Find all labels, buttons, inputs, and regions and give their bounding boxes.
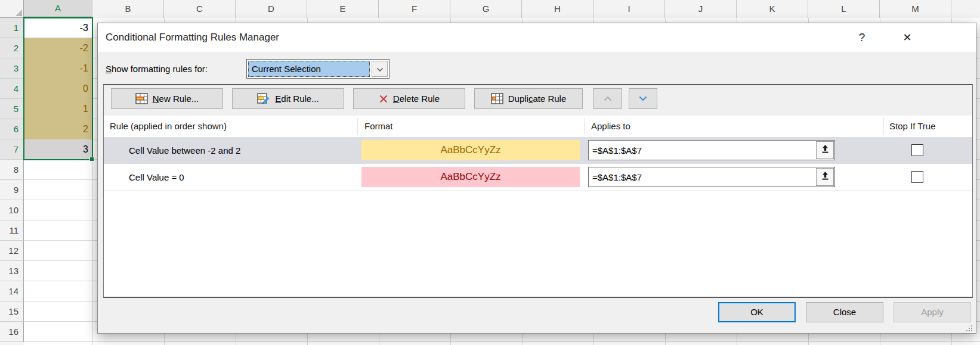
row-header-4[interactable]: 4 bbox=[0, 79, 24, 99]
show-rules-label-mnemonic: S bbox=[106, 64, 112, 74]
help-button[interactable]: ? bbox=[853, 29, 871, 46]
cell-A12[interactable] bbox=[24, 241, 92, 261]
column-header-C[interactable]: C bbox=[164, 0, 236, 18]
column-header-A[interactable]: A bbox=[24, 0, 92, 18]
rules-groupbox: New Rule... Edit Rule... bbox=[103, 84, 973, 298]
column-header-partial[interactable] bbox=[951, 0, 980, 18]
cell-A7[interactable]: 3 bbox=[24, 139, 92, 160]
row-header-6[interactable]: 6 bbox=[0, 119, 24, 139]
applies-to-field bbox=[588, 140, 835, 160]
header-divider bbox=[584, 118, 585, 135]
dialog-titlebar[interactable]: Conditional Formatting Rules Manager ? ✕ bbox=[98, 23, 976, 52]
rule-format-preview: AaBbCcYyZz bbox=[361, 167, 580, 187]
column-header-E[interactable]: E bbox=[307, 0, 379, 18]
column-header-H[interactable]: H bbox=[522, 0, 593, 18]
column-a-cells: -3-2-10123 bbox=[24, 18, 92, 342]
row-header-3[interactable]: 3 bbox=[0, 58, 24, 79]
column-header-F[interactable]: F bbox=[379, 0, 450, 18]
apply-button: Apply bbox=[894, 302, 971, 322]
column-header-K[interactable]: K bbox=[737, 0, 808, 18]
column-header-M[interactable]: M bbox=[880, 0, 951, 18]
column-headers: ABCDEFGHIJKLM bbox=[24, 0, 980, 18]
fill-handle[interactable] bbox=[89, 157, 94, 161]
cell-A5[interactable]: 1 bbox=[24, 99, 92, 119]
rule-description: Cell Value between -2 and 2 bbox=[129, 137, 240, 164]
column-header-D[interactable]: D bbox=[236, 0, 307, 18]
new-rule-label: New Rule... bbox=[153, 94, 199, 104]
select-all-corner[interactable] bbox=[0, 0, 24, 18]
cell-A3[interactable]: -1 bbox=[24, 58, 92, 79]
cell-A13[interactable] bbox=[24, 261, 92, 281]
cell-A6[interactable]: 2 bbox=[24, 119, 92, 139]
row-header-2[interactable]: 2 bbox=[0, 38, 24, 58]
show-rules-dropdown-button[interactable] bbox=[372, 61, 388, 77]
row-header-16[interactable]: 16 bbox=[0, 322, 24, 342]
row-header-8[interactable]: 8 bbox=[0, 160, 24, 180]
cell-A8[interactable] bbox=[24, 160, 92, 180]
cell-A15[interactable] bbox=[24, 302, 92, 322]
row-header-9[interactable]: 9 bbox=[0, 180, 24, 200]
range-picker-button[interactable] bbox=[816, 168, 834, 186]
cell-A1[interactable]: -3 bbox=[24, 18, 92, 38]
new-rule-button[interactable]: New Rule... bbox=[111, 88, 223, 109]
show-rules-label: Show formatting rules for: bbox=[106, 59, 208, 79]
header-divider bbox=[883, 118, 884, 135]
edit-rule-button[interactable]: Edit Rule... bbox=[232, 88, 344, 109]
row-header-7[interactable]: 7 bbox=[0, 139, 24, 160]
close-button[interactable]: ✕ bbox=[898, 29, 916, 46]
show-rules-dropdown[interactable]: Current Selection bbox=[246, 59, 389, 79]
header-applies-to: Applies to bbox=[591, 116, 630, 137]
cell-A4[interactable]: 0 bbox=[24, 79, 92, 99]
column-header-L[interactable]: L bbox=[808, 0, 880, 18]
stop-if-true-checkbox[interactable] bbox=[911, 144, 923, 156]
close-dialog-button[interactable]: Close bbox=[806, 302, 883, 322]
duplicate-rule-button[interactable]: Duplicate Rule bbox=[474, 88, 583, 109]
range-picker-icon bbox=[821, 144, 830, 156]
row-header-5[interactable]: 5 bbox=[0, 99, 24, 119]
duplicate-rule-label: Duplicate Rule bbox=[508, 94, 567, 104]
edit-rule-icon bbox=[257, 93, 270, 104]
conditional-formatting-rules-manager-dialog: Conditional Formatting Rules Manager ? ✕… bbox=[97, 23, 976, 334]
row-header-14[interactable]: 14 bbox=[0, 281, 24, 302]
cell-A11[interactable] bbox=[24, 220, 92, 241]
rule-row-1[interactable]: Cell Value between -2 and 2 AaBbCcYyZz bbox=[104, 137, 972, 164]
resize-grip[interactable] bbox=[966, 324, 973, 331]
show-rules-label-rest: how formatting rules for: bbox=[112, 64, 208, 74]
row-header-12[interactable]: 12 bbox=[0, 241, 24, 261]
move-rule-up-button[interactable] bbox=[593, 88, 622, 109]
dialog-title: Conditional Formatting Rules Manager bbox=[106, 23, 279, 52]
row-header-15[interactable]: 15 bbox=[0, 302, 24, 322]
cell-A10[interactable] bbox=[24, 200, 92, 220]
row-header-1[interactable]: 1 bbox=[0, 18, 24, 38]
cell-A2[interactable]: -2 bbox=[24, 38, 92, 58]
show-rules-dropdown-value[interactable]: Current Selection bbox=[248, 61, 370, 77]
move-rule-down-button[interactable] bbox=[629, 88, 657, 109]
stop-if-true-checkbox[interactable] bbox=[911, 171, 923, 183]
applies-to-input[interactable] bbox=[589, 141, 814, 160]
applies-to-input[interactable] bbox=[589, 167, 814, 187]
rule-row-2[interactable]: Cell Value = 0 AaBbCcYyZz bbox=[104, 164, 972, 191]
row-headers: 12345678910111213141516 bbox=[0, 18, 24, 345]
header-stop-if-true: Stop If True bbox=[889, 116, 936, 137]
row-header-13[interactable]: 13 bbox=[0, 261, 24, 281]
cell-A16[interactable] bbox=[24, 322, 92, 342]
cell-A9[interactable] bbox=[24, 180, 92, 200]
cell-A14[interactable] bbox=[24, 281, 92, 302]
delete-rule-button[interactable]: Delete Rule bbox=[353, 88, 465, 109]
delete-rule-icon bbox=[379, 94, 388, 104]
range-picker-button[interactable] bbox=[816, 141, 834, 159]
delete-rule-label: Delete Rule bbox=[393, 94, 440, 104]
column-header-J[interactable]: J bbox=[665, 0, 737, 18]
header-rule: Rule (applied in order shown) bbox=[110, 116, 227, 137]
range-picker-icon bbox=[821, 171, 830, 183]
ok-button[interactable]: OK bbox=[718, 302, 796, 322]
row-header-11[interactable]: 11 bbox=[0, 220, 24, 241]
column-header-B[interactable]: B bbox=[92, 0, 164, 18]
column-header-I[interactable]: I bbox=[593, 0, 665, 18]
new-rule-icon bbox=[135, 93, 148, 104]
move-down-icon bbox=[639, 96, 647, 101]
row-header-10[interactable]: 10 bbox=[0, 200, 24, 220]
rules-list: Rule (applied in order shown) Format App… bbox=[104, 116, 972, 297]
column-header-G[interactable]: G bbox=[450, 0, 522, 18]
move-up-icon bbox=[604, 96, 612, 101]
